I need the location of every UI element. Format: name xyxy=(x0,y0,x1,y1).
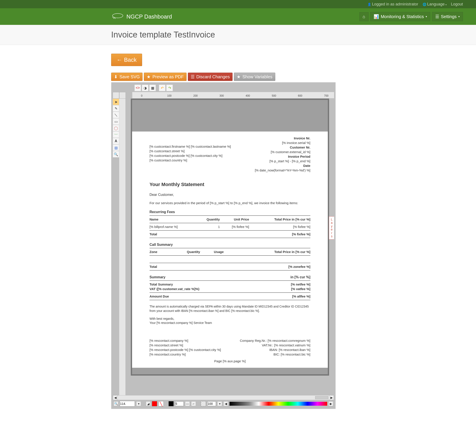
language-dropdown[interactable]: 🌐Language▾ xyxy=(423,2,447,6)
logged-in-label: 👤Logged in as administrator xyxy=(368,2,418,6)
table-row xyxy=(149,255,310,263)
star-icon: ★ xyxy=(147,74,151,79)
chart-icon: 📊 xyxy=(374,14,379,19)
chevron-down-icon: ▾ xyxy=(426,15,427,18)
text-tool[interactable]: A xyxy=(113,138,119,144)
undo-icon: ↶ xyxy=(161,86,164,90)
zoom-input[interactable] xyxy=(120,401,135,407)
brand-text: NGCP Dashboard xyxy=(126,13,172,20)
ruler-corner xyxy=(113,92,119,99)
layers-panel-toggle[interactable]: Layers xyxy=(329,216,334,240)
svg-editor: <> ◑ ▦ ↶ ↷ 0100200300400500600700 ➤ ✎ ＼ … xyxy=(111,82,336,409)
rect-icon: ▭ xyxy=(114,120,118,124)
editor-left-toolbar: ➤ ✎ ＼ ▭ ◯ 〰 A ▧ 🔍 xyxy=(113,99,119,395)
path-tool[interactable]: 〰 xyxy=(113,131,119,138)
logout-link[interactable]: Logout xyxy=(451,2,463,6)
line-icon: ＼ xyxy=(114,113,118,117)
action-button-row: ⬇Save SVG ★Preview as PDF ☰Discard Chang… xyxy=(111,73,445,81)
ruler-vertical xyxy=(119,99,126,395)
palette-right[interactable]: ▶ xyxy=(329,401,333,406)
regards1: With best regards, xyxy=(149,317,310,321)
cursor-icon: ➤ xyxy=(115,100,118,104)
editor-top-toolbar: <> ◑ ▦ ↶ ↷ xyxy=(113,84,334,92)
statement-title: Your Monthly Statement xyxy=(149,181,310,188)
page-body: ←Back ⬇Save SVG ★Preview as PDF ☰Discard… xyxy=(0,45,458,422)
invoice-content: [% custcontact.firstname %] [% custconta… xyxy=(132,132,328,368)
invoice-meta: Invoice Nr. [% invoice.serial %] Custome… xyxy=(255,136,310,172)
linejoin-style[interactable]: ⌐ xyxy=(191,401,196,406)
page-footer-area xyxy=(132,368,328,374)
rect-tool[interactable]: ▭ xyxy=(113,118,119,125)
topbar: 👤Logged in as administrator 🌐Language▾ L… xyxy=(0,0,476,8)
calls-heading: Call Summary xyxy=(149,242,310,247)
subheader: Invoice template TestInvoice xyxy=(0,25,476,45)
wireframe-button[interactable]: ◑ xyxy=(142,85,148,91)
source-button[interactable]: <> xyxy=(135,85,141,91)
globe-icon: 🌐 xyxy=(423,3,426,6)
monitoring-dropdown[interactable]: 📊Monitoring & Statistics▾ xyxy=(370,12,430,21)
zoom-icon[interactable]: 🔍 xyxy=(113,401,118,406)
show-variables-button[interactable]: ★Show Variables xyxy=(234,73,275,81)
invoice-page[interactable]: [% custcontact.firstname %] [% custconta… xyxy=(131,99,329,376)
chevron-down-icon: ▾ xyxy=(446,4,447,6)
settings-dropdown[interactable]: ☰Settings▾ xyxy=(432,12,463,21)
palette-left[interactable]: ◀ xyxy=(223,401,228,406)
image-tool[interactable]: ▧ xyxy=(113,144,119,151)
pencil-tool[interactable]: ✎ xyxy=(113,105,119,112)
page-header-area xyxy=(132,100,328,132)
page-number: Page [% aux.page %] xyxy=(149,359,310,363)
undo-button[interactable]: ↶ xyxy=(159,85,165,91)
canvas-scrollbar-horizontal[interactable]: ◀ ▶ xyxy=(113,395,334,400)
star-icon: ★ xyxy=(237,74,241,79)
eyedrop-icon[interactable]: ◢ xyxy=(146,401,151,406)
no-fill[interactable]: ╲ xyxy=(159,401,164,406)
scroll-left-icon[interactable]: ◀ xyxy=(113,395,118,400)
zoom-tool[interactable]: 🔍 xyxy=(113,151,119,157)
ellipse-icon: ◯ xyxy=(114,126,118,130)
scrollbar-thumb[interactable] xyxy=(315,396,328,399)
preview-pdf-button[interactable]: ★Preview as PDF xyxy=(144,73,186,81)
line-tool[interactable]: ＼ xyxy=(113,112,119,118)
page-title: Invoice template TestInvoice xyxy=(111,30,463,40)
customer-address: [% custcontact.firstname %] [% custconta… xyxy=(149,144,231,172)
fill-color[interactable] xyxy=(152,401,157,406)
opacity-stepper[interactable]: ▾ xyxy=(217,401,222,406)
stroke-width-input[interactable] xyxy=(175,401,184,406)
opacity-swatch[interactable] xyxy=(201,401,206,406)
save-svg-button[interactable]: ⬇Save SVG xyxy=(111,73,142,81)
zoom-icon: 🔍 xyxy=(114,152,118,156)
download-icon: ⬇ xyxy=(114,74,118,79)
regards2: Your [% rescontact.company %] Service Te… xyxy=(149,321,310,325)
color-palette[interactable] xyxy=(229,402,327,406)
dash-style[interactable]: — xyxy=(185,401,190,406)
editor-footer: 🔍 ▾ ◢ ╲ — ⌐ ▾ ◀ ▶ xyxy=(113,400,334,408)
redo-button[interactable]: ↷ xyxy=(166,85,173,91)
select-tool[interactable]: ➤ xyxy=(113,99,119,105)
summary-table: Total SummaryVAT ([% customer.vat_rate %… xyxy=(149,281,310,300)
chevron-down-icon: ▾ xyxy=(458,15,460,18)
list-icon: ☰ xyxy=(191,74,195,79)
image-icon: ▧ xyxy=(114,146,118,150)
ellipse-tool[interactable]: ◯ xyxy=(113,125,119,131)
back-button[interactable]: ←Back xyxy=(111,54,142,66)
home-icon: ⌂ xyxy=(363,14,365,19)
discard-changes-button[interactable]: ☰Discard Changes xyxy=(188,73,232,81)
canvas-area[interactable]: [% custcontact.firstname %] [% custconta… xyxy=(126,99,334,395)
recurring-table: NameQuantityUnit PriceTotal Price in [% … xyxy=(149,215,310,238)
scroll-right-icon[interactable]: ▶ xyxy=(329,395,334,400)
charge-text: The amount is automatically charged via … xyxy=(149,304,310,313)
text-icon: A xyxy=(115,139,117,143)
summary-cur: in [% cur %] xyxy=(290,275,310,280)
recurring-heading: Recurring Fees xyxy=(149,210,310,214)
arrow-left-icon: ← xyxy=(117,57,122,63)
zoom-stepper[interactable]: ▾ xyxy=(136,401,141,406)
ruler-corner2 xyxy=(119,92,126,99)
ruler-horizontal: 0100200300400500600700 xyxy=(132,92,334,99)
brand[interactable]: NGCP Dashboard xyxy=(111,13,172,21)
home-button[interactable]: ⌂ xyxy=(359,12,368,21)
opacity-input[interactable] xyxy=(207,401,216,406)
table-row: [% billprof.name %]1[% fixfee %][% fixfe… xyxy=(149,223,310,230)
grid-button[interactable]: ▦ xyxy=(149,85,156,91)
pencil-icon: ✎ xyxy=(115,106,118,111)
stroke-color[interactable] xyxy=(169,401,174,406)
